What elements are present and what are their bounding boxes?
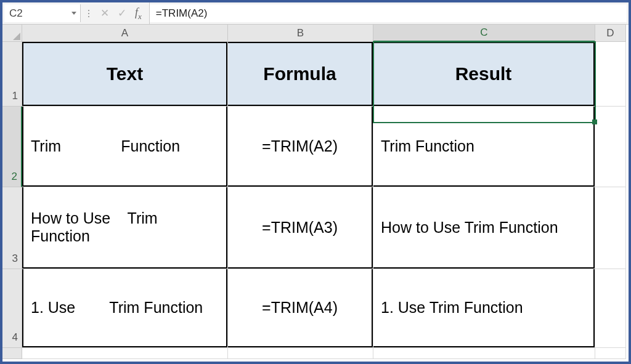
cell-b3[interactable]: =TRIM(A3) xyxy=(228,187,373,269)
table-cell: =TRIM(A3) xyxy=(228,187,373,269)
enter-icon[interactable]: ✓ xyxy=(118,8,126,18)
excel-window: ✕ ✓ fx A B C D 1 Text Formula Result 2 T… xyxy=(0,0,631,364)
chevron-down-icon[interactable] xyxy=(71,12,76,15)
table-cell: Trim Function xyxy=(373,107,595,187)
table-header-result: Result xyxy=(373,42,595,106)
cell-d3[interactable] xyxy=(595,187,626,269)
cell-a2[interactable]: Trim Function xyxy=(22,107,228,187)
table-cell: How to Use Trim Function xyxy=(22,187,227,269)
row-header-2[interactable]: 2 xyxy=(2,107,22,187)
table-cell: =TRIM(A4) xyxy=(228,269,373,347)
cell-c1[interactable]: Result xyxy=(373,42,595,107)
cell-d5[interactable] xyxy=(595,348,626,359)
cell-c5[interactable] xyxy=(373,348,595,359)
table-header-formula: Formula xyxy=(228,42,373,106)
table-cell: How to Use Trim Function xyxy=(373,187,595,269)
table-header-text: Text xyxy=(22,42,227,106)
cell-b1[interactable]: Formula xyxy=(228,42,373,107)
cell-d1[interactable] xyxy=(595,42,626,107)
table-cell: 1. Use Trim Function xyxy=(373,269,595,347)
name-box[interactable] xyxy=(4,4,81,22)
cell-b2[interactable]: =TRIM(A2) xyxy=(228,107,373,187)
cell-b5[interactable] xyxy=(228,348,373,359)
table-cell: 1. Use Trim Function xyxy=(22,269,227,347)
row-header-3[interactable]: 3 xyxy=(2,187,22,269)
col-header-d[interactable]: D xyxy=(595,25,626,42)
cell-a4[interactable]: 1. Use Trim Function xyxy=(22,269,228,348)
select-all-corner[interactable] xyxy=(2,25,22,42)
cell-d2[interactable] xyxy=(595,107,626,187)
cell-a5[interactable] xyxy=(22,348,228,359)
cell-a3[interactable]: How to Use Trim Function xyxy=(22,187,228,269)
spreadsheet-grid[interactable]: A B C D 1 Text Formula Result 2 Trim Fun… xyxy=(2,25,629,362)
formula-input[interactable] xyxy=(150,4,627,22)
formula-bar-buttons: ✕ ✓ fx xyxy=(81,2,150,24)
col-header-a[interactable]: A xyxy=(22,25,228,42)
cell-b4[interactable]: =TRIM(A4) xyxy=(228,269,373,348)
col-header-c[interactable]: C xyxy=(373,25,595,42)
drag-handle-icon xyxy=(88,13,89,14)
col-header-b[interactable]: B xyxy=(228,25,373,42)
cell-c3[interactable]: How to Use Trim Function xyxy=(373,187,595,269)
cell-d4[interactable] xyxy=(595,269,626,348)
table-cell: Trim Function xyxy=(22,107,227,187)
row-header-1[interactable]: 1 xyxy=(2,42,22,107)
row-header-4[interactable]: 4 xyxy=(2,269,22,348)
fx-icon[interactable]: fx xyxy=(135,7,142,20)
row-header-5[interactable] xyxy=(2,348,22,359)
table-cell: =TRIM(A2) xyxy=(228,107,373,187)
cell-c2[interactable]: Trim Function xyxy=(373,107,595,187)
cell-c4[interactable]: 1. Use Trim Function xyxy=(373,269,595,348)
formula-bar: ✕ ✓ fx xyxy=(2,2,629,25)
name-box-input[interactable] xyxy=(9,7,52,20)
cell-a1[interactable]: Text xyxy=(22,42,228,107)
cancel-icon[interactable]: ✕ xyxy=(100,8,109,18)
